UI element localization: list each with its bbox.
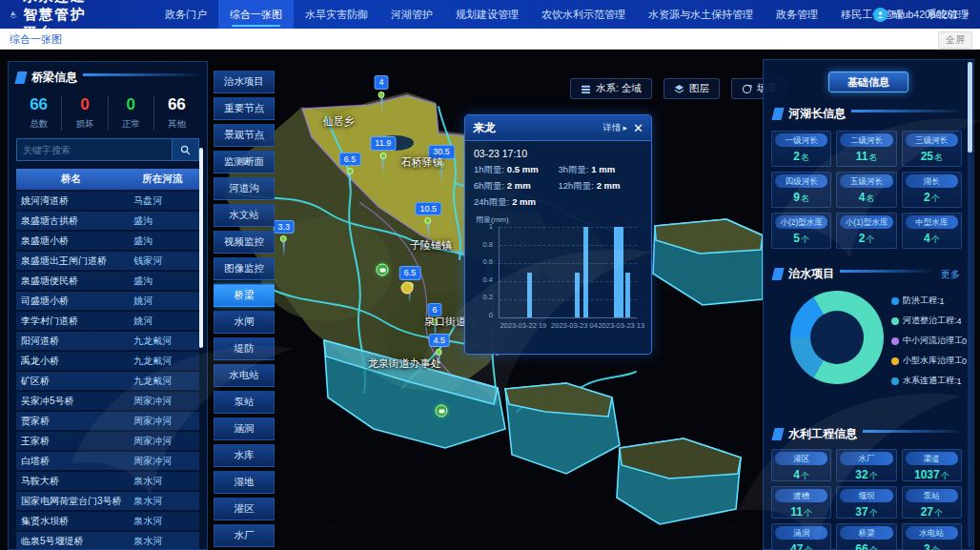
layer-menu-item[interactable]: 治水项目 [214, 71, 275, 93]
stat-card: 三级河长 25名 [902, 131, 962, 167]
layer-menu-item[interactable]: 监测断面 [214, 151, 275, 173]
chart-x-ticks: 2023-03-22 192023-03-23 042023-03-23 13 [499, 321, 637, 331]
map-marker[interactable]: 3.3 [273, 220, 295, 258]
layer-menu-item[interactable]: 视频监控 [214, 231, 275, 254]
map-marker[interactable]: 11.9 [370, 136, 396, 174]
nav-item[interactable]: 水资源与水土保持管理 [637, 0, 765, 29]
table-row[interactable]: 吴家冲5号桥 周家冲河 [16, 392, 199, 410]
detail-link[interactable]: 详情 [603, 122, 622, 134]
table-row[interactable]: 姚河湾道桥 马盘河 [16, 192, 199, 210]
table-row[interactable]: 泉盛塘古拱桥 盛沟 [16, 212, 199, 230]
river-name-cell: 周家冲河 [126, 455, 199, 468]
layer-menu-item[interactable]: 涵洞 [214, 418, 275, 440]
search-button[interactable] [173, 138, 199, 161]
table-row[interactable]: 王家桥 周家冲河 [16, 432, 199, 450]
stat-card: 桥梁 66个 [836, 523, 896, 550]
legend-dot [891, 297, 899, 305]
camera-poi-icon[interactable] [436, 405, 448, 418]
table-row[interactable]: 国家电网荷堂台门3号桥 泉水河 [16, 492, 199, 510]
more-link[interactable]: 更多 [941, 268, 960, 281]
close-icon[interactable]: ✕ [633, 122, 643, 134]
table-row[interactable]: 司盛塘小桥 姚河 [16, 292, 199, 310]
layer-menu-item[interactable]: 灌区 [214, 498, 275, 520]
chiefs-cards: 一级河长 2名 二级河长 11名 三级河长 25名 四级河长 9名 [771, 131, 962, 249]
marker-stem [349, 174, 351, 190]
layer-menu-item[interactable]: 水闸 [214, 311, 275, 334]
nav-item[interactable]: 河湖管护 [379, 0, 444, 29]
table-row[interactable]: 禹龙小桥 九龙戴河 [16, 352, 199, 370]
layer-menu-item[interactable]: 桥梁 [214, 284, 275, 307]
layer-menu-item[interactable]: 景观节点 [214, 124, 275, 147]
legend-name: 中小河流治理工程 [903, 335, 962, 347]
basic-info-tab[interactable]: 基础信息 [828, 71, 909, 92]
water-system-scope-button[interactable]: 水系: 全域 [570, 78, 652, 99]
table-row[interactable]: 阳河道桥 九龙戴河 [16, 332, 199, 350]
stat-label: 总数 [16, 118, 61, 131]
layer-menu-item[interactable]: 图像监控 [214, 257, 275, 280]
river-name-cell: 周家冲河 [126, 415, 199, 428]
nav-item[interactable]: 农饮水利示范管理 [530, 0, 637, 29]
river-name-cell: 九龙戴河 [126, 375, 199, 388]
table-row[interactable]: 临泉5号堰堤桥 泉水河 [16, 532, 199, 550]
marker-stem [440, 168, 442, 183]
stat-card: 小(1)型水库 2个 [836, 213, 896, 249]
y-tick: 0.2 [483, 294, 493, 301]
observation-time: 03-23 17:10 [474, 148, 643, 159]
user-avatar [873, 8, 888, 22]
nav-item[interactable]: 政务管理 [765, 0, 829, 29]
layer-menu-item[interactable]: 水厂 [214, 524, 275, 547]
stat-value: 66 [16, 95, 61, 114]
marker-station-dot [379, 153, 386, 159]
breadcrumb[interactable]: 综合一张图 [10, 32, 62, 47]
table-row[interactable]: 集贤水坝桥 泉水河 [16, 512, 199, 530]
metric-value: 2 mm [507, 180, 531, 191]
person-icon [876, 10, 885, 19]
table-scrollbar[interactable] [199, 148, 203, 348]
user-menu[interactable]: hkub42080261 ▼ [873, 0, 970, 29]
map-marker[interactable]: 10.5 [415, 202, 441, 240]
fullscreen-button[interactable]: 全屏 [938, 31, 972, 49]
table-row[interactable]: 贾家桥 周家冲河 [16, 412, 199, 430]
stat-label: 其他 [154, 118, 199, 131]
card-value: 5个 [775, 232, 827, 246]
layer-menu-item[interactable]: 重要节点 [214, 97, 275, 120]
table-row[interactable]: 泉盛塘出王闸门道桥 钱家河 [16, 252, 199, 270]
marker-station-dot [436, 349, 442, 356]
nav-item[interactable]: 水旱灾害防御 [294, 0, 379, 29]
metric-value: 0.5 mm [507, 164, 539, 174]
map-marker[interactable]: 4 [375, 75, 389, 113]
table-row[interactable]: 白塔桥 周家冲河 [16, 452, 199, 470]
map-marker[interactable]: 6.5 [339, 153, 361, 191]
search-input[interactable] [16, 138, 173, 161]
table-row[interactable]: 李学村门道桥 姚河 [16, 312, 199, 330]
layer-menu-item[interactable]: 堤防 [214, 337, 275, 360]
layer-menu-item[interactable]: 水电站 [214, 364, 275, 387]
layers-button[interactable]: 图层 [664, 78, 720, 99]
section-accent [771, 268, 784, 280]
table-row[interactable]: 矿区桥 九龙戴河 [16, 372, 199, 390]
table-row[interactable]: 泉盛塘便民桥 盛沟 [16, 272, 199, 290]
marker-station-dot [280, 235, 287, 242]
nav-item[interactable]: 规划建设管理 [444, 0, 530, 29]
camera-poi-icon[interactable] [377, 264, 389, 276]
table-row[interactable]: 泉盛塘小桥 盛沟 [16, 232, 199, 250]
legend-name: 防洪工程 [903, 295, 940, 307]
legend-dot [891, 317, 899, 325]
bridge-name-cell: 司盛塘小桥 [16, 295, 126, 308]
x-tick: 2023-03-23 13 [598, 321, 644, 330]
layer-menu-item[interactable]: 水库 [214, 444, 275, 467]
nav-item[interactable]: 综合一张图 [218, 0, 294, 29]
layer-menu-item[interactable]: 水文站 [214, 204, 275, 227]
nav-item[interactable]: 政务门户 [153, 0, 218, 29]
camera-poi-icon[interactable] [401, 281, 414, 294]
river-name-cell: 马盘河 [126, 194, 199, 208]
layer-menu-item[interactable]: 河道沟 [214, 177, 275, 200]
table-row[interactable]: 马鞍大桥 泉水河 [16, 472, 199, 490]
map-toolbar: 水系: 全域 图层 场景 [570, 78, 787, 99]
town-label: 龙泉街道办事处 [368, 356, 441, 371]
basic-info-panel: 基础信息 河湖长信息 一级河长 2名 二级河长 11名 三级河长 [763, 59, 974, 550]
layer-menu-item[interactable]: 泵站 [214, 391, 275, 414]
layer-menu-item[interactable]: 湿地 [214, 471, 275, 494]
chevron-down-icon: ▼ [963, 10, 970, 19]
panel-scrollbar-thumb[interactable] [968, 62, 972, 153]
